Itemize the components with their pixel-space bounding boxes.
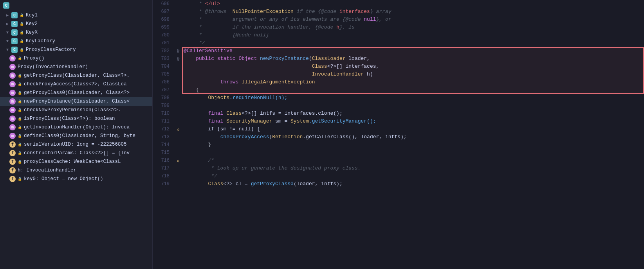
line-content: * {@code null} xyxy=(182,31,644,39)
line-content: /* xyxy=(182,157,644,164)
sidebar-item-key2[interactable]: ▶C🔒Key2 xyxy=(0,20,152,28)
sidebar-item-label: defineClass0(ClassLoader, String, byte xyxy=(24,133,135,139)
sidebar-item-constructorparams[interactable]: f🔒constructorParams: Class<?>[] = {Inv xyxy=(0,149,152,157)
line-content: Class<?> cl = getProxyClass0(loader, int… xyxy=(182,180,644,188)
line-number: 704 xyxy=(153,63,174,70)
code-line: 716◇ /* xyxy=(153,157,644,164)
sidebar-item-defineclass0[interactable]: m🔒defineClass0(ClassLoader, String, byte xyxy=(0,132,152,140)
method-icon: m xyxy=(9,55,16,61)
code-line: 705 InvocationHandler h) xyxy=(153,70,644,78)
sidebar-item-keyfactory[interactable]: ▼C🔒KeyFactory xyxy=(0,37,152,45)
field-icon: f xyxy=(9,150,16,156)
field-icon: f xyxy=(9,159,16,165)
sidebar-item-label: checkProxyAccess(Class<?>, ClassLoa xyxy=(24,81,127,87)
line-gutter xyxy=(174,133,182,141)
lock-icon: 🔒 xyxy=(18,91,22,95)
sidebar-item-getinvocation[interactable]: m🔒getInvocationHandler(Object): Invoca xyxy=(0,123,152,132)
lock-icon: 🔒 xyxy=(18,151,22,155)
method-icon: m xyxy=(9,133,16,139)
lock-icon: 🔒 xyxy=(18,82,22,87)
line-content: * argument or any of its elements are {@… xyxy=(182,16,644,23)
line-gutter xyxy=(174,110,182,117)
sidebar-header: C xyxy=(0,0,152,11)
line-content: } xyxy=(182,141,644,149)
sidebar-item-label: isProxyClass(Class<?>): boolean xyxy=(24,116,115,121)
lock-icon: 🔒 xyxy=(18,74,22,78)
expand-arrow[interactable]: ▼ xyxy=(6,48,9,52)
line-gutter xyxy=(174,0,182,8)
line-number: 696 xyxy=(153,0,174,8)
sidebar-item-isproxy[interactable]: m🔒isProxyClass(Class<?>): boolean xyxy=(0,114,152,123)
line-number: 712 xyxy=(153,125,174,133)
line-number: 697 xyxy=(153,8,174,16)
sidebar-items: ▶C🔒Key1▶C🔒Key2▼C🔒KeyX▼C🔒KeyFactory▼C🔒Pro… xyxy=(0,11,152,183)
sidebar-item-proxyclassfactory[interactable]: ▼C🔒ProxyClassFactory xyxy=(0,45,152,54)
line-content: Objects.requireNonNull(h); xyxy=(182,94,644,102)
line-number: 708 xyxy=(153,94,174,102)
sidebar-item-keyx[interactable]: ▼C🔒KeyX xyxy=(0,28,152,37)
line-gutter xyxy=(174,180,182,188)
sidebar-item-label: checkNewProxyPermission(Class<?>. xyxy=(24,107,121,113)
line-content: Class<?>[] interfaces, xyxy=(182,63,644,70)
lock-icon: 🔒 xyxy=(18,99,22,104)
lock-icon: 🔒 xyxy=(18,134,22,138)
line-content xyxy=(182,149,644,157)
line-content: final Class<?>[] intfs = interfaces.clon… xyxy=(182,110,644,117)
sidebar-item-checknewproxyperm[interactable]: m🔒checkNewProxyPermission(Class<?>. xyxy=(0,106,152,114)
sidebar-item-label: Proxy() xyxy=(24,56,45,61)
code-line: 702@@CallerSensitive xyxy=(153,47,644,55)
line-gutter xyxy=(174,164,182,172)
line-gutter: @ xyxy=(174,55,182,63)
code-line: 714 } xyxy=(153,141,644,149)
line-content: if (sm != null) { xyxy=(182,125,644,133)
line-gutter xyxy=(174,172,182,180)
expand-arrow[interactable]: ▼ xyxy=(6,31,9,35)
sidebar-item-label: ProxyClassFactory xyxy=(26,47,76,52)
sidebar-item-h-field[interactable]: fh: InvocationHandler xyxy=(0,166,152,175)
line-gutter xyxy=(174,39,182,47)
line-number: 703 xyxy=(153,55,174,63)
line-gutter xyxy=(174,31,182,39)
sidebar-item-key1[interactable]: ▶C🔒Key1 xyxy=(0,11,152,20)
line-content: public static Object newProxyInstance(Cl… xyxy=(182,55,644,63)
code-line: 715 xyxy=(153,149,644,157)
sidebar-item-newproxyinstance[interactable]: m🔒newProxyInstance(ClassLoader, Class< xyxy=(0,97,152,106)
lock-icon: 🔒 xyxy=(18,125,22,130)
sidebar-item-getproxyclass0[interactable]: m🔒getProxyClass0(ClassLoader, Class<?> xyxy=(0,88,152,97)
line-number: 705 xyxy=(153,70,174,78)
sidebar: C ▶C🔒Key1▶C🔒Key2▼C🔒KeyX▼C🔒KeyFactory▼C🔒P… xyxy=(0,0,153,269)
line-number: 707 xyxy=(153,86,174,94)
method-icon: m xyxy=(9,72,16,79)
line-content: { xyxy=(182,86,644,94)
sidebar-item-getproxyclass[interactable]: m🔒getProxyClass(ClassLoader, Class<?>. xyxy=(0,71,152,80)
code-panel[interactable]: 696 * </ul>697 * @throws NullPointerExce… xyxy=(153,0,644,269)
sidebar-item-serialversionuid[interactable]: f🔒serialVersionUID: long = -222256805 xyxy=(0,140,152,149)
line-gutter xyxy=(174,149,182,157)
line-number: 714 xyxy=(153,141,174,149)
lock-icon: 🔒 xyxy=(18,108,22,112)
line-content: * if the invocation handler, {@code h}, … xyxy=(182,23,644,31)
line-gutter xyxy=(174,86,182,94)
line-gutter xyxy=(174,8,182,16)
expand-arrow[interactable]: ▶ xyxy=(6,22,9,26)
sidebar-item-proxy-ctor[interactable]: m🔒Proxy() xyxy=(0,54,152,63)
sidebar-item-checkproxaccess[interactable]: m🔒checkProxyAccess(Class<?>, ClassLoa xyxy=(0,80,152,88)
lock-icon: 🔒 xyxy=(18,117,22,121)
expand-arrow[interactable]: ▶ xyxy=(6,13,9,18)
line-content: final SecurityManager sm = System.getSec… xyxy=(182,117,644,125)
sidebar-item-label: Key1 xyxy=(26,13,38,18)
line-gutter: @ xyxy=(174,47,182,55)
sidebar-item-label: Proxy(InvocationHandler) xyxy=(18,64,88,70)
expand-arrow[interactable]: ▼ xyxy=(6,39,9,43)
class-type-icon: C xyxy=(11,38,18,44)
line-number: 719 xyxy=(153,180,174,188)
sidebar-item-proxy-ctor2[interactable]: mProxy(InvocationHandler) xyxy=(0,63,152,71)
line-gutter xyxy=(174,94,182,102)
sidebar-item-proxyclasscache[interactable]: f🔒proxyClassCache: WeakCache<ClassL xyxy=(0,157,152,166)
line-number: 713 xyxy=(153,133,174,141)
line-gutter xyxy=(174,141,182,149)
code-line: 717 * Look up or generate the designated… xyxy=(153,164,644,172)
sidebar-item-key0[interactable]: f🔒key0: Object = new Object() xyxy=(0,175,152,183)
code-line: 707 { xyxy=(153,86,644,94)
line-content: checkProxyAccess(Reflection.getCallerCla… xyxy=(182,133,644,141)
